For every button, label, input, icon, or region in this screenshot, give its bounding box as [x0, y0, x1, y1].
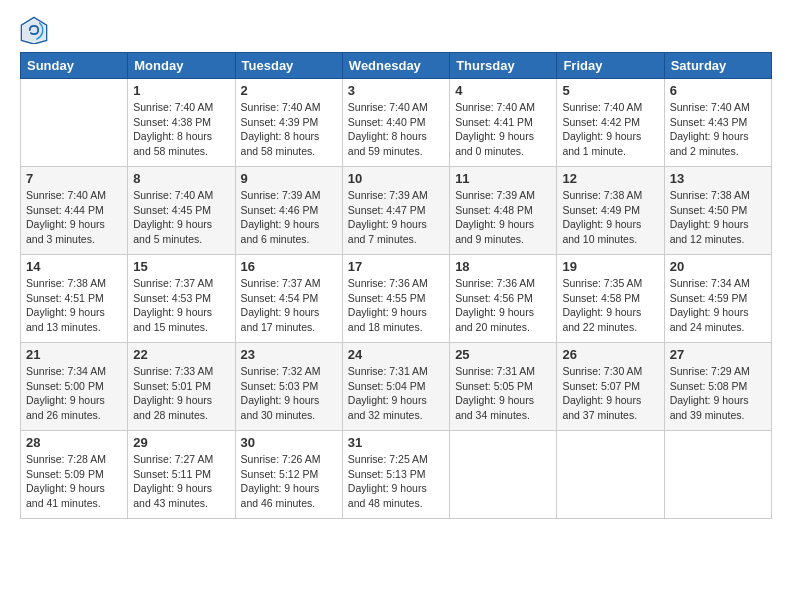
day-number: 5 [562, 83, 658, 98]
day-info: Sunrise: 7:30 AMSunset: 5:07 PMDaylight:… [562, 364, 658, 423]
calendar-cell: 30Sunrise: 7:26 AMSunset: 5:12 PMDayligh… [235, 431, 342, 519]
calendar-cell: 22Sunrise: 7:33 AMSunset: 5:01 PMDayligh… [128, 343, 235, 431]
day-number: 9 [241, 171, 337, 186]
day-info: Sunrise: 7:40 AMSunset: 4:42 PMDaylight:… [562, 100, 658, 159]
column-header-sunday: Sunday [21, 53, 128, 79]
day-info: Sunrise: 7:40 AMSunset: 4:38 PMDaylight:… [133, 100, 229, 159]
calendar-week-3: 14Sunrise: 7:38 AMSunset: 4:51 PMDayligh… [21, 255, 772, 343]
day-info: Sunrise: 7:38 AMSunset: 4:49 PMDaylight:… [562, 188, 658, 247]
day-info: Sunrise: 7:28 AMSunset: 5:09 PMDaylight:… [26, 452, 122, 511]
day-info: Sunrise: 7:32 AMSunset: 5:03 PMDaylight:… [241, 364, 337, 423]
day-number: 27 [670, 347, 766, 362]
day-number: 31 [348, 435, 444, 450]
calendar-cell: 26Sunrise: 7:30 AMSunset: 5:07 PMDayligh… [557, 343, 664, 431]
day-info: Sunrise: 7:40 AMSunset: 4:43 PMDaylight:… [670, 100, 766, 159]
day-number: 29 [133, 435, 229, 450]
page-container: SundayMondayTuesdayWednesdayThursdayFrid… [0, 0, 792, 529]
day-info: Sunrise: 7:26 AMSunset: 5:12 PMDaylight:… [241, 452, 337, 511]
day-number: 23 [241, 347, 337, 362]
calendar-cell: 25Sunrise: 7:31 AMSunset: 5:05 PMDayligh… [450, 343, 557, 431]
day-info: Sunrise: 7:27 AMSunset: 5:11 PMDaylight:… [133, 452, 229, 511]
calendar-cell: 4Sunrise: 7:40 AMSunset: 4:41 PMDaylight… [450, 79, 557, 167]
day-number: 8 [133, 171, 229, 186]
day-number: 21 [26, 347, 122, 362]
calendar-week-1: 1Sunrise: 7:40 AMSunset: 4:38 PMDaylight… [21, 79, 772, 167]
day-number: 19 [562, 259, 658, 274]
day-info: Sunrise: 7:37 AMSunset: 4:53 PMDaylight:… [133, 276, 229, 335]
day-info: Sunrise: 7:33 AMSunset: 5:01 PMDaylight:… [133, 364, 229, 423]
calendar-cell: 31Sunrise: 7:25 AMSunset: 5:13 PMDayligh… [342, 431, 449, 519]
day-info: Sunrise: 7:39 AMSunset: 4:46 PMDaylight:… [241, 188, 337, 247]
day-info: Sunrise: 7:34 AMSunset: 4:59 PMDaylight:… [670, 276, 766, 335]
day-number: 15 [133, 259, 229, 274]
calendar-cell: 11Sunrise: 7:39 AMSunset: 4:48 PMDayligh… [450, 167, 557, 255]
day-info: Sunrise: 7:39 AMSunset: 4:47 PMDaylight:… [348, 188, 444, 247]
calendar-cell: 12Sunrise: 7:38 AMSunset: 4:49 PMDayligh… [557, 167, 664, 255]
calendar-cell: 15Sunrise: 7:37 AMSunset: 4:53 PMDayligh… [128, 255, 235, 343]
calendar-cell: 7Sunrise: 7:40 AMSunset: 4:44 PMDaylight… [21, 167, 128, 255]
calendar-cell: 19Sunrise: 7:35 AMSunset: 4:58 PMDayligh… [557, 255, 664, 343]
day-info: Sunrise: 7:39 AMSunset: 4:48 PMDaylight:… [455, 188, 551, 247]
day-number: 13 [670, 171, 766, 186]
calendar-cell [557, 431, 664, 519]
column-header-friday: Friday [557, 53, 664, 79]
day-number: 24 [348, 347, 444, 362]
calendar-cell: 14Sunrise: 7:38 AMSunset: 4:51 PMDayligh… [21, 255, 128, 343]
calendar-week-4: 21Sunrise: 7:34 AMSunset: 5:00 PMDayligh… [21, 343, 772, 431]
calendar-cell: 5Sunrise: 7:40 AMSunset: 4:42 PMDaylight… [557, 79, 664, 167]
calendar-cell: 3Sunrise: 7:40 AMSunset: 4:40 PMDaylight… [342, 79, 449, 167]
day-number: 6 [670, 83, 766, 98]
calendar-cell: 16Sunrise: 7:37 AMSunset: 4:54 PMDayligh… [235, 255, 342, 343]
day-number: 3 [348, 83, 444, 98]
calendar-table: SundayMondayTuesdayWednesdayThursdayFrid… [20, 52, 772, 519]
day-number: 2 [241, 83, 337, 98]
day-number: 16 [241, 259, 337, 274]
calendar-cell [450, 431, 557, 519]
day-number: 4 [455, 83, 551, 98]
day-number: 7 [26, 171, 122, 186]
day-number: 12 [562, 171, 658, 186]
day-number: 26 [562, 347, 658, 362]
day-number: 25 [455, 347, 551, 362]
calendar-cell: 18Sunrise: 7:36 AMSunset: 4:56 PMDayligh… [450, 255, 557, 343]
calendar-cell: 10Sunrise: 7:39 AMSunset: 4:47 PMDayligh… [342, 167, 449, 255]
day-info: Sunrise: 7:36 AMSunset: 4:56 PMDaylight:… [455, 276, 551, 335]
calendar-week-2: 7Sunrise: 7:40 AMSunset: 4:44 PMDaylight… [21, 167, 772, 255]
calendar-week-5: 28Sunrise: 7:28 AMSunset: 5:09 PMDayligh… [21, 431, 772, 519]
day-info: Sunrise: 7:38 AMSunset: 4:51 PMDaylight:… [26, 276, 122, 335]
calendar-cell: 29Sunrise: 7:27 AMSunset: 5:11 PMDayligh… [128, 431, 235, 519]
day-number: 20 [670, 259, 766, 274]
calendar-cell: 13Sunrise: 7:38 AMSunset: 4:50 PMDayligh… [664, 167, 771, 255]
calendar-cell: 23Sunrise: 7:32 AMSunset: 5:03 PMDayligh… [235, 343, 342, 431]
calendar-cell: 17Sunrise: 7:36 AMSunset: 4:55 PMDayligh… [342, 255, 449, 343]
calendar-cell: 21Sunrise: 7:34 AMSunset: 5:00 PMDayligh… [21, 343, 128, 431]
column-header-saturday: Saturday [664, 53, 771, 79]
day-info: Sunrise: 7:40 AMSunset: 4:39 PMDaylight:… [241, 100, 337, 159]
calendar-cell: 8Sunrise: 7:40 AMSunset: 4:45 PMDaylight… [128, 167, 235, 255]
calendar-cell [21, 79, 128, 167]
calendar-cell [664, 431, 771, 519]
day-number: 1 [133, 83, 229, 98]
day-info: Sunrise: 7:40 AMSunset: 4:45 PMDaylight:… [133, 188, 229, 247]
day-info: Sunrise: 7:40 AMSunset: 4:41 PMDaylight:… [455, 100, 551, 159]
calendar-cell: 27Sunrise: 7:29 AMSunset: 5:08 PMDayligh… [664, 343, 771, 431]
day-info: Sunrise: 7:34 AMSunset: 5:00 PMDaylight:… [26, 364, 122, 423]
day-info: Sunrise: 7:29 AMSunset: 5:08 PMDaylight:… [670, 364, 766, 423]
calendar-cell: 9Sunrise: 7:39 AMSunset: 4:46 PMDaylight… [235, 167, 342, 255]
day-number: 11 [455, 171, 551, 186]
column-header-thursday: Thursday [450, 53, 557, 79]
column-header-wednesday: Wednesday [342, 53, 449, 79]
calendar-header-row: SundayMondayTuesdayWednesdayThursdayFrid… [21, 53, 772, 79]
calendar-cell: 2Sunrise: 7:40 AMSunset: 4:39 PMDaylight… [235, 79, 342, 167]
header [20, 16, 772, 44]
day-info: Sunrise: 7:40 AMSunset: 4:40 PMDaylight:… [348, 100, 444, 159]
day-info: Sunrise: 7:35 AMSunset: 4:58 PMDaylight:… [562, 276, 658, 335]
calendar-cell: 28Sunrise: 7:28 AMSunset: 5:09 PMDayligh… [21, 431, 128, 519]
day-info: Sunrise: 7:38 AMSunset: 4:50 PMDaylight:… [670, 188, 766, 247]
calendar-cell: 1Sunrise: 7:40 AMSunset: 4:38 PMDaylight… [128, 79, 235, 167]
logo-icon [20, 16, 48, 44]
column-header-monday: Monday [128, 53, 235, 79]
calendar-cell: 24Sunrise: 7:31 AMSunset: 5:04 PMDayligh… [342, 343, 449, 431]
logo [20, 16, 52, 44]
column-header-tuesday: Tuesday [235, 53, 342, 79]
